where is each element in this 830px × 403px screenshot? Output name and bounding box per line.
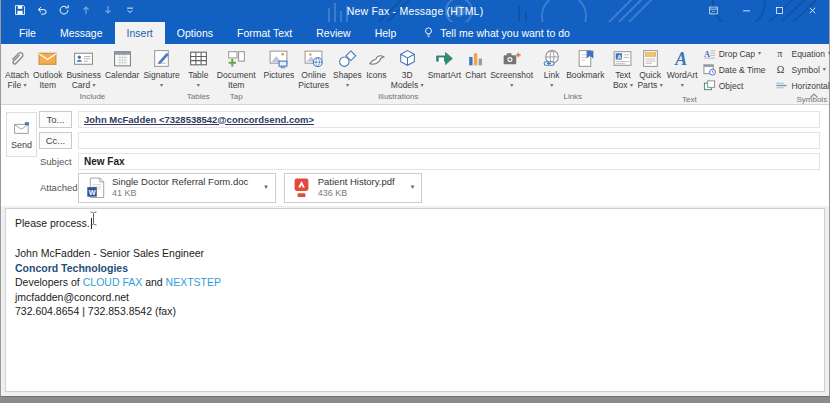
calendar-label: Calendar [105, 70, 140, 80]
drop-cap-button[interactable]: ADrop Cap▾ [703, 47, 766, 60]
online-pictures-label: Online [301, 70, 326, 80]
outlook-item-button[interactable]: OutlookItem [31, 45, 64, 90]
screenshot-button[interactable]: Screenshot▾ [488, 45, 535, 90]
subject-label: Subject [39, 156, 72, 167]
compose-header: Send To... John McFadden <7328538542@con… [1, 105, 829, 206]
online-pictures-button[interactable]: OnlinePictures [296, 45, 331, 90]
message-body[interactable]: Please process. John McFadden - Senior S… [5, 208, 825, 392]
document-item-button[interactable]: DocumentItem [215, 45, 258, 90]
symbol-button[interactable]: ΩSymbol▾ [775, 63, 830, 76]
svg-text:A: A [674, 49, 687, 69]
link-button[interactable]: Link▾ [539, 45, 564, 90]
to-recipient[interactable]: John McFadden <7328538542@concordsend.co… [84, 114, 314, 125]
attachment-chip[interactable]: Patient History.pdf436 KB▾ [284, 173, 422, 203]
minimize-icon [741, 2, 752, 20]
bookmark-button[interactable]: Bookmark [564, 45, 606, 81]
link-globe-icon [541, 46, 562, 69]
pictures-button[interactable]: Pictures [262, 45, 297, 81]
horizontal-line-label: Horizontal Line [791, 81, 830, 91]
to-field[interactable]: John McFadden <7328538542@concordsend.co… [78, 111, 820, 128]
symbol-label: Symbol [791, 65, 819, 75]
subject-field[interactable]: New Fax [78, 153, 820, 170]
attach-file-button[interactable]: AttachFile ▾ [3, 45, 31, 90]
pictures-label: Pictures [264, 70, 295, 80]
smartart-button[interactable]: SmartArt [426, 45, 464, 81]
text-box-button[interactable]: ATextBox ▾ [610, 45, 635, 90]
customize-qat-button[interactable] [123, 5, 136, 18]
calendar-button[interactable]: Calendar [103, 45, 142, 81]
maximize-button[interactable] [763, 0, 796, 22]
cube-3d-models-icon [397, 46, 418, 69]
chevron-down-icon: ▾ [24, 82, 27, 88]
3d-models-label: Models [391, 80, 418, 90]
chevron-down-icon: ▾ [550, 82, 553, 88]
chart-button[interactable]: Chart [463, 45, 488, 81]
tab-file[interactable]: File [7, 22, 48, 44]
chart-icon [465, 46, 486, 69]
ribbon-group-text: ATextBox ▾QuickParts ▾AWordArt▾ADrop Cap… [609, 44, 769, 104]
save-button[interactable] [13, 5, 26, 18]
close-button[interactable] [796, 0, 829, 22]
save-icon [14, 2, 26, 20]
tab-options[interactable]: Options [165, 22, 225, 44]
business-card-label: Business [66, 70, 101, 80]
shapes-button[interactable]: Shapes▾ [331, 45, 364, 90]
screenshot-icon [501, 46, 522, 69]
product-nextstep: NEXTSTEP [166, 276, 221, 288]
tab-help[interactable]: Help [363, 22, 409, 44]
tab-message[interactable]: Message [48, 22, 115, 44]
table-button[interactable]: Table▾ [186, 45, 211, 90]
redo-icon [58, 2, 70, 20]
minimize-button[interactable] [730, 0, 763, 22]
ribbon-group-label: Tap [215, 91, 258, 104]
attachment-text: Patient History.pdf436 KB [318, 176, 395, 199]
undo-button[interactable] [35, 5, 48, 18]
collapse-ribbon-button[interactable] [808, 90, 822, 102]
attachment-text: Single Doctor Referral Form.doc41 KB [112, 176, 248, 199]
icons-button[interactable]: Icons [364, 45, 389, 81]
quick-parts-button[interactable]: QuickParts ▾ [635, 45, 664, 90]
subject-value: New Fax [84, 156, 125, 167]
up-arrow-button [79, 5, 92, 18]
text-box-label: Text [615, 70, 631, 80]
equation-button[interactable]: πEquation▾ [775, 47, 830, 60]
chevron-down-icon[interactable]: ▾ [411, 184, 415, 190]
date-and-time-label: Date & Time [719, 65, 766, 75]
attached-label: Attached [39, 182, 72, 193]
tab-format-text[interactable]: Format Text [225, 22, 304, 44]
ribbon-display-options-icon [708, 2, 719, 20]
ribbon-display-options-button[interactable] [697, 0, 730, 22]
signature-company: Concord Technologies [15, 261, 815, 276]
3d-models-button[interactable]: 3DModels ▾ [389, 45, 426, 90]
online-pictures-icon [303, 46, 324, 69]
product-cloud-fax: CLOUD FAX [83, 276, 143, 288]
document-item-icon [226, 46, 247, 69]
tell-me-box[interactable]: Tell me what you want to do [422, 22, 570, 44]
attach-file-label: Attach [5, 70, 29, 80]
business-card-icon [73, 46, 94, 69]
word-file-icon: W [86, 176, 105, 200]
tab-insert[interactable]: Insert [115, 22, 165, 44]
wordart-icon: A [672, 46, 693, 69]
wordart-button[interactable]: AWordArt▾ [665, 45, 700, 90]
business-card-button[interactable]: BusinessCard ▾ [64, 45, 103, 90]
date-and-time-button[interactable]: Date & Time [703, 63, 766, 76]
cc-button[interactable]: Cc... [39, 132, 72, 149]
chevron-down-icon[interactable]: ▾ [264, 184, 268, 190]
object-button[interactable]: Object [703, 79, 766, 92]
document-item-label: Document [217, 70, 256, 80]
ribbon-tab-row: FileMessageInsertOptionsFormat TextRevie… [1, 22, 829, 44]
smartart-icon [434, 46, 455, 69]
signature-name-title: John McFadden - Senior Sales Engineer [15, 246, 815, 261]
signature-button[interactable]: Signature▾ [141, 45, 181, 90]
tab-review[interactable]: Review [304, 22, 362, 44]
redo-button[interactable] [57, 5, 70, 18]
cc-field[interactable] [78, 132, 820, 149]
ribbon-group-label: Illustrations [262, 91, 536, 104]
attachment-chip[interactable]: WSingle Doctor Referral Form.doc41 KB▾ [78, 173, 276, 203]
quick-parts-icon [640, 46, 661, 69]
up-arrow-icon [80, 2, 92, 20]
send-button[interactable]: Send [6, 112, 37, 157]
horizontal-line-icon [775, 79, 788, 92]
to-button[interactable]: To... [39, 111, 72, 128]
